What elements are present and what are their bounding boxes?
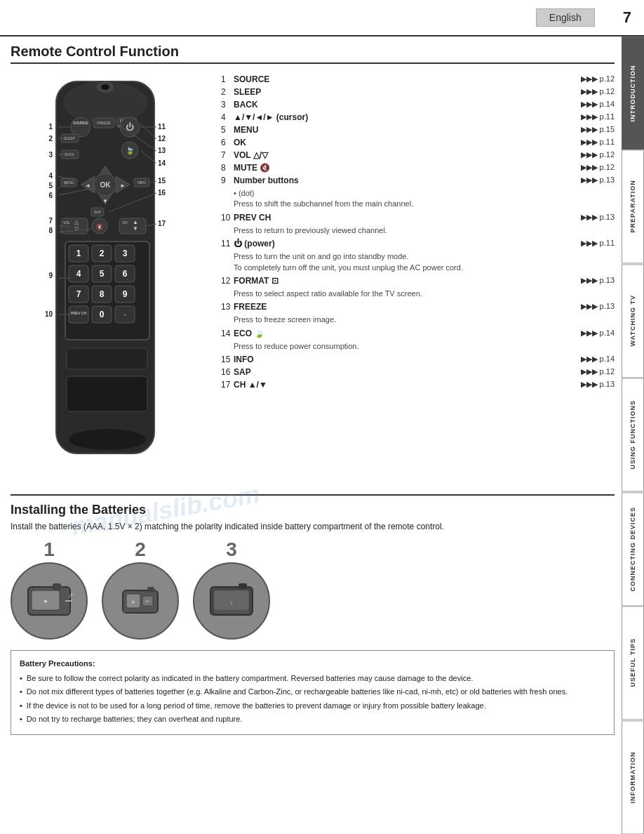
func-desc-13: Press to freeze screen image. (234, 315, 615, 325)
function-item-12: 12 FORMAT ⊡ ▶▶▶ p.13 (221, 276, 615, 286)
battery-step-1: 1 + ↗ (11, 540, 88, 640)
function-item-1: 1 SOURCE ▶▶▶ p.12 (221, 74, 615, 84)
svg-text:PREV CH: PREV CH (71, 311, 87, 315)
tab-connecting-devices[interactable]: CONNECTING DEVICES (622, 492, 644, 606)
tab-watching-tv[interactable]: WATCHING TV (622, 264, 644, 378)
svg-text:1: 1 (76, 249, 81, 258)
top-bar: English 7 (0, 0, 644, 37)
svg-text:↗: ↗ (68, 592, 74, 599)
svg-point-3 (101, 84, 109, 90)
svg-text:3: 3 (123, 249, 128, 258)
svg-text:△: △ (74, 219, 79, 225)
function-item-9: 9 Number buttons ▶▶▶ p.13 (221, 176, 615, 185)
svg-text:+: + (43, 598, 47, 605)
precautions-title: Battery Precautions: (20, 658, 605, 670)
svg-text:7: 7 (76, 289, 81, 299)
svg-point-72 (69, 429, 146, 450)
battery-illustration-1: + ↗ (18, 569, 81, 633)
battery-circle-2: + − (102, 562, 179, 640)
func-desc-9: • (dot)Press to shift the subchannel fro… (234, 188, 615, 210)
function-item-16: 16 SAP ▶▶▶ p.12 (221, 367, 615, 377)
svg-text:VOL: VOL (63, 220, 70, 225)
main-content: Remote Control Function SOURCE FREEZE (0, 37, 644, 742)
function-item-3: 3 BACK ▶▶▶ p.14 (221, 100, 615, 110)
svg-text:8: 8 (100, 289, 105, 299)
svg-rect-119 (239, 583, 247, 589)
batteries-desc: Install the batteries (AAA, 1.5V × 2) ma… (11, 522, 615, 531)
svg-rect-108 (53, 583, 61, 590)
svg-text:10: 10 (45, 310, 53, 318)
svg-rect-113 (147, 587, 154, 593)
tab-useful-tips[interactable]: USEFUL TIPS (622, 606, 644, 720)
svg-rect-71 (67, 376, 147, 411)
content-area: SOURCE FREEZE FORMAT ⏻ 🍃 SLEEP (11, 74, 615, 484)
precaution-3: • If the device is not to be used for a … (20, 700, 605, 712)
remote-area: SOURCE FREEZE FORMAT ⏻ 🍃 SLEEP (11, 74, 207, 484)
battery-illustration-2: + − (109, 569, 172, 633)
tab-preparation[interactable]: PREPARATION (622, 150, 644, 263)
svg-text:FREEZE: FREEZE (97, 121, 111, 125)
function-item-2: 2 SLEEP ▶▶▶ p.12 (221, 87, 615, 97)
precaution-4: • Do not try to recharge batteries; they… (20, 713, 605, 725)
tab-using-functions[interactable]: USING FUNCTIONS (622, 378, 644, 491)
page-number: 7 (623, 8, 631, 27)
svg-text:▲: ▲ (133, 219, 138, 225)
svg-text:4: 4 (76, 269, 81, 279)
function-item-10: 10 PREV CH ▶▶▶ p.13 (221, 213, 615, 223)
tab-information[interactable]: INFORMATION (622, 720, 644, 834)
func-desc-14: Press to reduce power consumption. (234, 341, 615, 352)
svg-text:CH: CH (122, 220, 128, 225)
function-item-7: 7 VOL △/▽ ▶▶▶ p.12 (221, 150, 615, 160)
function-item-5: 5 MENU ▶▶▶ p.15 (221, 125, 615, 135)
function-item-4: 4 ▲/▼/◄/► (cursor) ▶▶▶ p.11 (221, 112, 615, 122)
svg-text:3: 3 (48, 151, 53, 159)
svg-text:1: 1 (48, 123, 53, 131)
battery-circle-3: ↓ (193, 562, 270, 640)
svg-text:2: 2 (100, 249, 105, 258)
svg-text:7: 7 (48, 217, 53, 225)
function-item-13: 13 FREEZE ▶▶▶ p.13 (221, 302, 615, 312)
svg-text:5: 5 (48, 182, 53, 190)
svg-text:↓: ↓ (230, 598, 234, 606)
func-desc-11: Press to turn the unit on and go into st… (234, 251, 615, 273)
tab-introduction[interactable]: INTRODUCTION (622, 37, 644, 150)
svg-text:8: 8 (48, 227, 53, 234)
right-sidebar: INTRODUCTION PREPARATION WATCHING TV USI… (622, 37, 644, 834)
svg-text:◄: ◄ (85, 183, 90, 189)
function-list: 1 SOURCE ▶▶▶ p.12 2 SLEEP ▶▶▶ p.12 3 BAC… (221, 74, 615, 484)
battery-step-2: 2 + − (102, 540, 179, 640)
batteries-title: Installing the Batteries (11, 503, 615, 517)
svg-text:6: 6 (123, 269, 128, 279)
language-badge: English (536, 8, 595, 27)
battery-step-3: 3 ↓ (193, 540, 270, 640)
svg-rect-70 (67, 348, 147, 369)
svg-text:4: 4 (48, 172, 53, 180)
svg-text:9: 9 (123, 289, 128, 299)
func-desc-10: Press to return to previously viewed cha… (234, 225, 615, 236)
svg-text:17: 17 (158, 220, 166, 227)
page-title: Remote Control Function (11, 44, 615, 64)
svg-text:▼: ▼ (133, 225, 138, 232)
batteries-steps: 1 + ↗ 2 (11, 540, 615, 640)
battery-illustration-3: ↓ (200, 569, 263, 633)
svg-text:−: − (145, 597, 149, 604)
svg-text:+: + (131, 599, 135, 606)
svg-text:15: 15 (158, 177, 166, 185)
svg-text:SOURCE: SOURCE (73, 121, 88, 125)
svg-text:9: 9 (48, 272, 53, 279)
func-desc-12: Press to select aspect ratio available f… (234, 289, 615, 299)
function-item-17: 17 CH ▲/▼ ▶▶▶ p.13 (221, 380, 615, 390)
function-item-6: 6 OK ▶▶▶ p.11 (221, 138, 615, 147)
svg-text:SAP: SAP (94, 210, 102, 214)
svg-text:14: 14 (158, 159, 166, 167)
svg-text:0: 0 (100, 310, 105, 319)
svg-text:11: 11 (158, 123, 166, 131)
svg-text:INFO: INFO (137, 180, 146, 185)
precautions-box: Battery Precautions: • Be sure to follow… (11, 650, 615, 735)
precaution-1: • Be sure to follow the correct polarity… (20, 673, 605, 684)
function-item-15: 15 INFO ▶▶▶ p.14 (221, 355, 615, 364)
svg-text:16: 16 (158, 189, 166, 197)
svg-text:2: 2 (48, 135, 53, 143)
svg-rect-122 (214, 610, 249, 614)
svg-text:5: 5 (100, 269, 105, 279)
